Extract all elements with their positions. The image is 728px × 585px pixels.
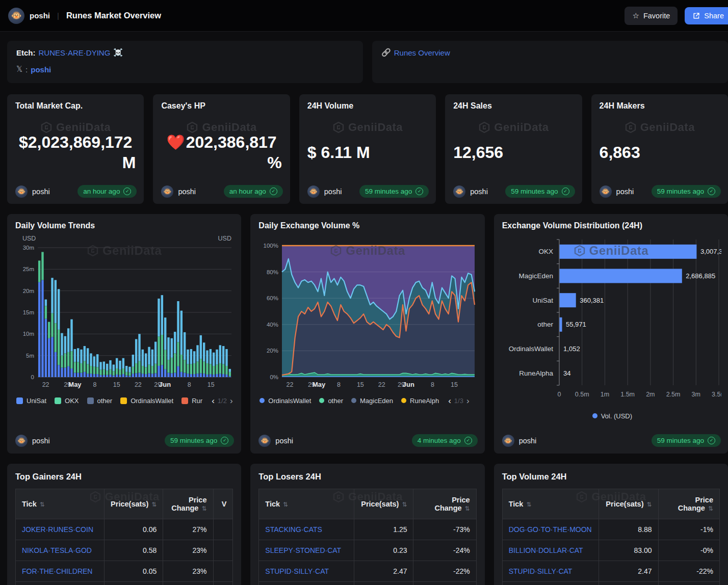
sort-icon[interactable]: ⇅ (201, 505, 206, 512)
author-avatar[interactable]: 🐵 (15, 185, 28, 198)
chart-title: Daily Volume Trends (15, 221, 235, 230)
svg-text:15: 15 (451, 381, 458, 388)
user-avatar[interactable]: 🐵 (8, 8, 24, 24)
sort-icon[interactable]: ⇅ (151, 501, 157, 508)
author-avatar[interactable]: 🐵 (161, 185, 173, 198)
etch-rune-link[interactable]: RUNES·ARE·DYING (39, 48, 111, 57)
x-profile-link[interactable]: poshi (31, 65, 51, 74)
tick-link[interactable]: STUPID·SILLY·CAT (259, 561, 354, 582)
runes-overview-link[interactable]: Runes Overview (394, 48, 450, 57)
favorite-button[interactable]: ☆ Favorite (625, 7, 678, 25)
sort-icon[interactable]: ⇅ (526, 501, 531, 508)
stacked-bars[interactable] (38, 252, 231, 377)
column-header-price-sats-[interactable]: Price(sats)⇅ (599, 489, 658, 519)
legend-item[interactable]: RuneAlph (401, 397, 439, 405)
top-losers-24h-card: Top Losers 24HGeniiDataTick⇅Price(sats)⇅… (250, 464, 484, 585)
author-avatar[interactable]: 🐵 (258, 435, 271, 447)
author[interactable]: 🐵poshi (15, 185, 50, 198)
legend-next-arrow[interactable]: › (466, 396, 470, 405)
tick-link[interactable]: RUNES·X·BITCOIN (502, 582, 599, 585)
legend-item[interactable]: OrdinalsWallet (120, 397, 173, 405)
legend-swatch (351, 398, 356, 403)
column-header-price-change[interactable]: Price Change⇅ (413, 489, 476, 519)
column-label: Tick (265, 500, 280, 508)
sort-icon[interactable]: ⇅ (40, 501, 45, 508)
legend-item[interactable]: other (87, 397, 113, 405)
updated-time-badge: an hour ago✓ (224, 185, 283, 198)
author-avatar[interactable]: 🐵 (502, 435, 514, 447)
legend-item[interactable]: OrdinalsWallet (259, 397, 311, 405)
column-header-price-sats-[interactable]: Price(sats)⇅ (105, 489, 163, 519)
share-button[interactable]: Share (685, 7, 728, 24)
tick-link[interactable]: STUPID·SILLY·CAT (502, 561, 599, 582)
sort-icon[interactable]: ⇅ (283, 501, 288, 508)
legend-next-arrow[interactable]: › (230, 396, 233, 405)
daily-volume-trends-card: Daily Volume TrendsGeniiDataUSDUSD05m10m… (7, 214, 241, 454)
column-header-price-change[interactable]: Price Change⇅ (658, 489, 719, 519)
author[interactable]: 🐵poshi (161, 185, 196, 198)
author-name: poshi (275, 437, 293, 445)
tick-link[interactable]: SLEEPY·STONED·CAT (259, 540, 354, 561)
cell-value: 159.04 (354, 582, 413, 585)
author-avatar[interactable]: 🐵 (453, 185, 465, 198)
author[interactable]: 🐵poshi (307, 185, 342, 198)
svg-text:May: May (313, 381, 326, 388)
tick-link[interactable]: STACKING·CATS (259, 519, 354, 540)
sort-icon[interactable]: ⇅ (465, 505, 470, 512)
legend-item[interactable]: Rur (181, 397, 202, 405)
daily-exchange-volume--chart[interactable]: 0%20%40%60%80%100%2229May8152229Jun815 (258, 232, 478, 393)
legend-item[interactable]: MagicEden (351, 397, 393, 405)
svg-text:UniSat: UniSat (532, 297, 553, 304)
tick-link[interactable]: DOG·GO·TO·THE·MOON (502, 519, 599, 540)
volume-bars[interactable]: OKX3,007,318MagicEden2,686,885UniSat360,… (508, 245, 721, 377)
svg-text:2.5m: 2.5m (666, 391, 680, 398)
legend-label: OKX (65, 397, 79, 405)
table-body: DOG·GO·TO·THE·MOON8.88-1%BILLION·DOLLAR·… (502, 519, 719, 585)
legend-prev-arrow[interactable]: ‹ (212, 396, 215, 405)
data-table: Tick⇅Price(sats)⇅Price Change⇅VJOKER·RUN… (15, 489, 233, 585)
author[interactable]: 🐵poshi (15, 435, 50, 447)
tick-link[interactable]: BILLION·DOLLAR·CAT (502, 540, 599, 561)
legend-item[interactable]: UniSat (16, 397, 46, 405)
column-label: V (222, 500, 227, 508)
cell-value: 0% (658, 582, 719, 585)
chain-link-icon: 🔗 (381, 48, 391, 57)
table-header: Tick⇅Price(sats)⇅Price Change⇅V (16, 489, 233, 519)
tick-link[interactable]: HOPE·YOU·GET·RICH (16, 582, 105, 585)
tick-link[interactable]: FOR·THE·CHILDREN (16, 561, 105, 582)
card-footer: 🐵poshian hour ago✓ (15, 185, 137, 198)
daily-volume-trends-chart[interactable]: USDUSD05m10m15m20m25m30m2229May8152229Ju… (15, 232, 235, 393)
column-header-price-change[interactable]: Price Change⇅ (163, 489, 213, 519)
sort-icon[interactable]: ⇅ (402, 501, 407, 508)
column-header-tick[interactable]: Tick⇅ (259, 489, 354, 519)
svg-text:15: 15 (357, 381, 364, 388)
column-header-tick[interactable]: Tick⇅ (502, 489, 599, 519)
svg-text:0: 0 (557, 391, 561, 398)
stat-title: 24H Sales (453, 101, 574, 111)
tick-link[interactable]: NIKOLA·TESLA·GOD (16, 540, 105, 561)
sort-icon[interactable]: ⇅ (708, 505, 713, 512)
tick-link[interactable]: JOKER·RUNES·COIN (16, 519, 105, 540)
column-header-price-sats-[interactable]: Price(sats)⇅ (354, 489, 413, 519)
author[interactable]: 🐵poshi (453, 185, 488, 198)
author[interactable]: 🐵poshi (258, 435, 293, 447)
table-row: DOG·GO·TO·THE·MOON8.88-1% (502, 519, 719, 540)
legend-item[interactable]: other (319, 397, 343, 405)
legend-prev-arrow[interactable]: ‹ (448, 396, 451, 405)
author-avatar[interactable]: 🐵 (600, 185, 612, 198)
table-title: Top Volume 24H (502, 472, 720, 482)
legend-item[interactable]: Vol. (USD) (592, 412, 632, 420)
legend-pager: ‹1/2› (212, 396, 232, 405)
tick-link[interactable]: CATS·IN·THE·SATS (259, 582, 354, 585)
author-avatar[interactable]: 🐵 (15, 435, 28, 447)
legend-item[interactable]: OKX (55, 397, 79, 405)
sort-icon[interactable]: ⇅ (647, 501, 652, 508)
exchange-volume-distribution-24h--chart[interactable]: 00.5m1m1.5m2m2.5m3m3.5mOKX3,007,318Magic… (502, 232, 721, 409)
author[interactable]: 🐵poshi (600, 185, 634, 198)
svg-text:22: 22 (287, 381, 294, 388)
column-header-v[interactable]: V (213, 489, 233, 519)
topbar-username[interactable]: poshi (30, 11, 50, 20)
column-header-tick[interactable]: Tick⇅ (16, 489, 105, 519)
author-avatar[interactable]: 🐵 (307, 185, 320, 198)
author[interactable]: 🐵poshi (502, 435, 537, 447)
